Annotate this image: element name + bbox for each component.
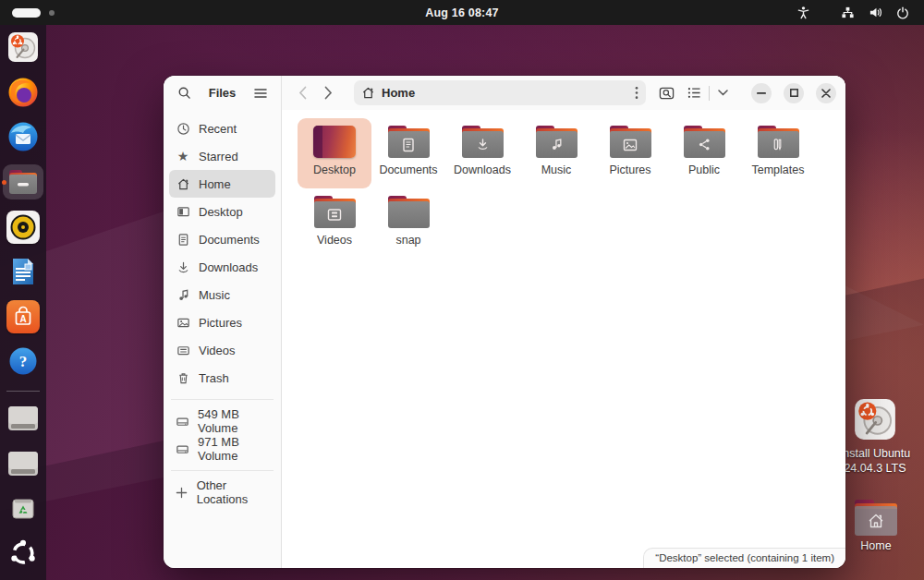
sidebar-item-music[interactable]: Music <box>169 281 275 308</box>
image-glyph <box>623 139 638 151</box>
file-item-downloads[interactable]: Downloads <box>445 118 519 188</box>
dock-item-help[interactable]: ? <box>3 344 43 380</box>
ubuntu-logo-icon <box>7 538 39 569</box>
view-options-chevron[interactable] <box>713 81 732 105</box>
file-item-label: Downloads <box>454 164 511 176</box>
path-bar[interactable]: Home <box>354 80 646 105</box>
system-tray[interactable] <box>791 0 915 25</box>
sidebar-item-home[interactable]: Home <box>169 170 275 198</box>
home-icon <box>361 86 375 100</box>
network-icon[interactable] <box>835 3 859 23</box>
file-item-public[interactable]: Public <box>667 118 741 188</box>
dock-item-libreoffice-writer[interactable] <box>3 254 43 290</box>
sidebar-separator <box>171 470 274 471</box>
file-grid-area[interactable]: Desktop Documents <box>282 110 845 568</box>
trash-icon <box>176 371 190 385</box>
film-icon <box>176 344 190 357</box>
volume-icon[interactable] <box>863 3 887 23</box>
file-item-videos[interactable]: Videos <box>298 188 371 259</box>
drive-icon <box>6 449 40 478</box>
download-glyph <box>476 138 490 151</box>
dock-item-firefox[interactable] <box>3 75 43 111</box>
folder-icon <box>314 196 356 228</box>
drive-icon <box>176 415 189 429</box>
document-glyph <box>402 138 415 152</box>
search-folder-button[interactable] <box>653 81 679 105</box>
sidebar-item-volume-549[interactable]: 549 MB Volume <box>169 407 275 435</box>
search-button[interactable] <box>172 81 196 105</box>
close-button[interactable] <box>816 83 836 103</box>
dock-item-ubuntu-installer[interactable] <box>3 30 43 66</box>
sidebar-item-recent[interactable]: Recent <box>169 115 275 142</box>
sidebar-item-downloads[interactable]: Downloads <box>169 253 275 281</box>
kebab-menu-icon[interactable] <box>635 86 638 100</box>
music-icon <box>176 288 190 302</box>
sidebar-item-pictures[interactable]: Pictures <box>169 308 275 336</box>
folder-icon <box>610 126 651 158</box>
drive-icon <box>6 404 40 433</box>
desktop-icon-home[interactable]: Home <box>847 500 905 554</box>
hamburger-menu-button[interactable] <box>249 81 273 105</box>
sidebar-item-label: Downloads <box>199 260 258 274</box>
home-icon <box>176 177 190 191</box>
sidebar-item-label: Music <box>199 288 230 302</box>
maximize-button[interactable] <box>784 83 804 103</box>
power-icon[interactable] <box>891 3 915 23</box>
top-bar: Aug 16 08:47 <box>0 0 924 25</box>
file-item-documents[interactable]: Documents <box>371 118 445 188</box>
dock-item-rhythmbox[interactable] <box>3 209 43 245</box>
back-button[interactable] <box>291 81 313 105</box>
dock: A ? <box>0 25 46 580</box>
main-pane: Home <box>282 76 845 568</box>
window-title: Files <box>209 86 237 100</box>
file-item-label: Documents <box>379 164 437 176</box>
dock-item-thunderbird[interactable] <box>3 119 43 155</box>
ubuntu-installer-icon <box>851 395 899 443</box>
dock-item-trash[interactable] <box>3 490 43 526</box>
folder-icon <box>388 196 430 228</box>
file-item-label: Templates <box>752 164 805 176</box>
file-item-label: Desktop <box>313 164 356 176</box>
thunderbird-icon <box>6 120 40 153</box>
svg-text:?: ? <box>19 353 28 370</box>
dock-item-volume-549[interactable] <box>3 401 43 437</box>
image-icon <box>176 316 190 330</box>
list-view-button[interactable] <box>683 81 705 105</box>
sidebar-item-documents[interactable]: Documents <box>169 225 275 253</box>
file-item-pictures[interactable]: Pictures <box>593 118 667 188</box>
view-toggle-group <box>683 81 732 105</box>
sidebar-item-trash[interactable]: Trash <box>169 364 275 392</box>
minimize-button[interactable] <box>751 83 772 103</box>
sidebar-separator <box>171 399 274 400</box>
file-item-label: Music <box>541 164 572 176</box>
file-item-label: Pictures <box>609 164 650 176</box>
sidebar-item-label: Other Locations <box>197 478 269 506</box>
sidebar-item-starred[interactable]: ★ Starred <box>169 142 275 170</box>
dock-item-app-center[interactable]: A <box>3 299 43 335</box>
app-center-icon: A <box>6 300 40 333</box>
sidebar-header: Files <box>164 76 281 110</box>
file-item-desktop[interactable]: Desktop <box>298 118 371 188</box>
forward-button[interactable] <box>317 81 339 105</box>
home-folder-icon <box>855 500 897 536</box>
dock-item-ubuntu-desktop[interactable] <box>3 536 43 572</box>
download-icon <box>176 260 190 274</box>
status-bar: “Desktop” selected (containing 1 item) <box>643 548 845 568</box>
clock[interactable]: Aug 16 08:47 <box>0 6 924 19</box>
file-item-music[interactable]: Music <box>519 118 593 188</box>
file-item-label: Videos <box>317 235 352 247</box>
accessibility-icon[interactable] <box>791 3 815 23</box>
sidebar-item-label: Recent <box>199 122 237 136</box>
libreoffice-writer-icon <box>7 256 39 287</box>
sidebar-item-label: Starred <box>199 150 238 163</box>
dock-item-volume-971[interactable] <box>3 445 43 481</box>
desktop-icon-installer[interactable]: Install Ubuntu 24.04.3 LTS <box>838 395 912 476</box>
file-item-label: snap <box>395 235 420 247</box>
sidebar-item-other-locations[interactable]: Other Locations <box>169 478 275 506</box>
file-item-snap[interactable]: snap <box>371 188 445 259</box>
dock-item-files[interactable] <box>3 164 43 200</box>
file-item-templates[interactable]: Templates <box>741 118 815 188</box>
sidebar-item-desktop[interactable]: Desktop <box>169 198 275 225</box>
sidebar-item-volume-971[interactable]: 971 MB Volume <box>169 435 275 463</box>
sidebar-item-videos[interactable]: Videos <box>169 336 275 364</box>
